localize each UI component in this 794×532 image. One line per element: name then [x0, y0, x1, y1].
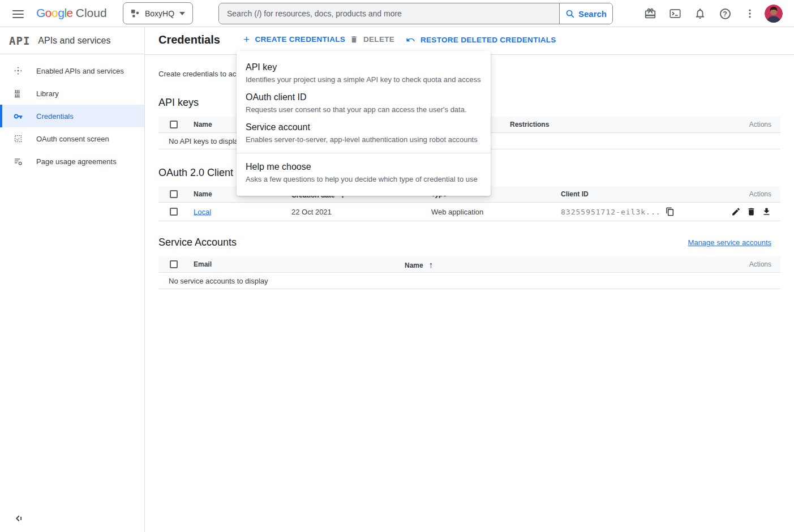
- oauth-consent-icon: [14, 134, 23, 143]
- service-accounts-empty-row: No service accounts to display: [158, 273, 780, 289]
- restore-label: RESTORE DELETED CREDENTIALS: [420, 36, 556, 44]
- sidebar-item-label: Enabled APIs and services: [36, 67, 124, 75]
- download-icon[interactable]: [762, 207, 771, 217]
- menu-item-title: API key: [246, 62, 482, 73]
- search-button[interactable]: Search: [559, 3, 612, 24]
- trash-icon: [350, 35, 358, 44]
- api-keys-heading: API keys: [158, 97, 199, 109]
- service-accounts-table: Email Name↑ Actions No service accounts …: [158, 256, 780, 289]
- select-all-checkbox[interactable]: [170, 260, 178, 268]
- sidebar-item-oauth-consent[interactable]: OAuth consent screen: [0, 127, 144, 150]
- select-all-checkbox[interactable]: [170, 121, 178, 128]
- project-icon: [130, 8, 140, 18]
- menu-item-help-me-choose[interactable]: Help me choose Asks a few questions to h…: [237, 158, 491, 188]
- sidebar-item-label: Library: [36, 89, 59, 98]
- intro-text: Create credentials to ac: [158, 70, 236, 78]
- client-name-link[interactable]: Local: [194, 208, 211, 216]
- creation-date-value: 22 Oct 2021: [291, 208, 332, 216]
- delete-button[interactable]: DELETE: [350, 35, 394, 44]
- page-usage-icon: [14, 157, 23, 166]
- sort-ascending-icon[interactable]: ↑: [429, 260, 434, 269]
- client-id-value: 83255951712-eil3k...: [561, 207, 675, 216]
- create-credentials-label: CREATE CREDENTIALS: [255, 35, 345, 44]
- row-actions: [731, 207, 771, 217]
- delete-label: DELETE: [363, 35, 394, 44]
- column-email: Email: [194, 260, 212, 268]
- top-bar: GoogleCloud BoxyHQ Search: [0, 0, 794, 27]
- menu-divider: [237, 153, 491, 153]
- logo-letter: o: [51, 6, 58, 19]
- empty-message: No API keys to displa: [169, 137, 238, 145]
- manage-service-accounts-link[interactable]: Manage service accounts: [688, 238, 771, 247]
- collapse-sidebar-icon[interactable]: [14, 513, 24, 524]
- key-icon: [14, 111, 23, 121]
- menu-item-api-key[interactable]: API key Identifies your project using a …: [237, 58, 491, 88]
- question-mark-glyph: ?: [720, 8, 731, 19]
- google-cloud-logo[interactable]: GoogleCloud: [36, 6, 107, 20]
- sidebar: API APIs and services Enabled APIs and s…: [0, 27, 145, 532]
- oauth-clients-heading: OAuth 2.0 Client I: [158, 167, 239, 179]
- sidebar-item-page-usage[interactable]: Page usage agreements: [0, 150, 144, 173]
- library-icon: [14, 89, 23, 98]
- enabled-apis-icon: [14, 66, 23, 75]
- delete-icon[interactable]: [746, 207, 756, 217]
- select-all-checkbox[interactable]: [170, 190, 178, 198]
- type-value: Web application: [431, 208, 483, 216]
- sidebar-title: APIs and services: [38, 36, 110, 46]
- column-name: Name: [194, 121, 212, 128]
- logo-letter: G: [36, 6, 45, 19]
- hamburger-menu-icon[interactable]: [12, 8, 24, 19]
- column-client-id: Client ID: [561, 190, 589, 198]
- logo-letter: g: [58, 6, 64, 19]
- empty-message: No service accounts to display: [169, 277, 268, 285]
- sidebar-header: API APIs and services: [0, 27, 144, 54]
- column-restrictions: Restrictions: [510, 121, 549, 128]
- avatar[interactable]: [765, 5, 783, 23]
- sidebar-item-label: Credentials: [36, 112, 74, 121]
- help-icon[interactable]: ?: [718, 7, 732, 20]
- edit-icon[interactable]: [731, 207, 741, 217]
- service-accounts-heading: Service Accounts: [158, 237, 237, 248]
- cloud-shell-icon[interactable]: [668, 7, 682, 20]
- logo-cloud-text: Cloud: [76, 6, 107, 19]
- more-vertical-icon[interactable]: [743, 7, 757, 20]
- menu-item-description: Requests user consent so that your app c…: [246, 105, 482, 115]
- sidebar-nav: Enabled APIs and services Library Creden…: [0, 59, 144, 173]
- project-selector[interactable]: BoxyHQ: [123, 2, 193, 24]
- plus-icon: +: [243, 36, 250, 44]
- notifications-icon[interactable]: [693, 7, 707, 20]
- logo-letter: o: [45, 6, 51, 19]
- copy-icon[interactable]: [666, 207, 675, 216]
- project-name: BoxyHQ: [145, 9, 174, 18]
- row-checkbox[interactable]: [170, 208, 178, 216]
- gift-icon[interactable]: [643, 7, 657, 20]
- menu-item-service-account[interactable]: Service account Enables server-to-server…: [237, 118, 491, 148]
- restore-deleted-credentials-button[interactable]: RESTORE DELETED CREDENTIALS: [406, 35, 556, 45]
- sidebar-item-credentials[interactable]: Credentials: [0, 105, 144, 127]
- sidebar-item-library[interactable]: Library: [0, 82, 144, 105]
- search-input[interactable]: [219, 3, 559, 24]
- menu-item-title: Service account: [246, 122, 482, 133]
- menu-item-description: Asks a few questions to help you decide …: [246, 174, 482, 185]
- search-button-label: Search: [578, 9, 607, 19]
- column-actions: Actions: [749, 121, 771, 128]
- page-title: Credentials: [158, 33, 220, 46]
- column-actions: Actions: [749, 190, 771, 198]
- create-credentials-button[interactable]: + CREATE CREDENTIALS: [243, 35, 345, 44]
- api-logo: API: [9, 35, 30, 47]
- logo-letter: e: [67, 6, 73, 19]
- chevron-down-icon: [179, 12, 185, 15]
- sidebar-item-enabled-apis[interactable]: Enabled APIs and services: [0, 59, 144, 82]
- table-row: Local 22 Oct 2021 Web application 832559…: [158, 203, 780, 221]
- search-icon: [565, 9, 575, 19]
- menu-item-description: Enables server-to-server, app-level auth…: [246, 135, 482, 145]
- column-name: Name: [194, 190, 212, 198]
- column-name: Name↑: [405, 260, 433, 269]
- service-accounts-table-header: Email Name↑ Actions: [158, 256, 780, 273]
- menu-item-oauth-client-id[interactable]: OAuth client ID Requests user consent so…: [237, 88, 491, 118]
- menu-item-title: Help me choose: [246, 161, 482, 173]
- undo-icon: [406, 35, 415, 45]
- search-bar: Search: [218, 3, 613, 24]
- create-credentials-menu: API key Identifies your project using a …: [237, 51, 491, 196]
- column-actions: Actions: [749, 260, 771, 268]
